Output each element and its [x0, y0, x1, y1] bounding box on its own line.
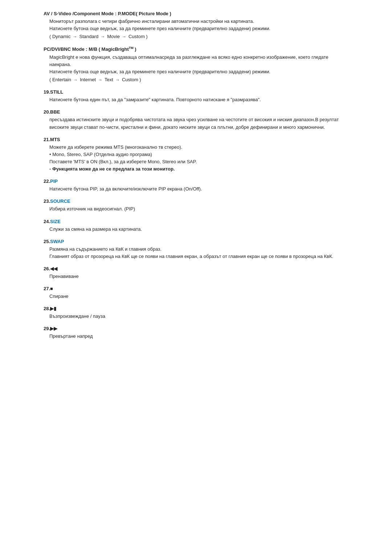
pc-arrow-item-text: Text — [105, 76, 113, 83]
pc-arrow-item-custom: Custom ) — [122, 76, 141, 83]
pc-mode-body: MagicBright е нова функция, създаваща оп… — [44, 54, 348, 84]
bbe-body: пресъздава истинските звуци и подобрява … — [44, 116, 348, 131]
size-label: SIZE — [50, 219, 61, 224]
rewind-line1: Пренавиване — [49, 273, 348, 280]
mts-body: Можете да изберете режима MTS (многокана… — [44, 144, 348, 173]
pc-mode-line2: Натиснете бутона още веднъж, за да преми… — [49, 68, 348, 75]
pc-mode-line1: MagicBright е нова функция, създаваща оп… — [49, 54, 348, 68]
section-pip: 22.PIP Натиснете бутона PIP, за да включ… — [44, 178, 348, 193]
pc-mode-arrow-row: ( Entertain → Internet → Text → Custom ) — [49, 76, 348, 83]
av-mode-body: Мониторът разполага с четири фабрично ин… — [44, 18, 348, 40]
forward-line1: Превъртане напред — [49, 333, 348, 340]
stop-body: Спиране — [44, 293, 348, 300]
bbe-line1: пресъздава истинските звуци и подобрява … — [49, 116, 348, 131]
source-label: SOURCE — [50, 198, 70, 204]
section-mts: 21.MTS Можете да изберете режима MTS (мн… — [44, 137, 348, 173]
section-swap: 25.SWAP Размяна на съдържанието на КвК и… — [44, 239, 348, 260]
swap-line1: Размяна на съдържанието на КвК и главния… — [49, 246, 348, 253]
swap-label: SWAP — [50, 239, 64, 244]
stop-title: 27.■ — [44, 286, 348, 291]
mts-line2: • Mono, Stereo, SAP (Отделна аудио прогр… — [49, 151, 348, 158]
source-body: Избира източник на видеосигнал. (PIP) — [44, 205, 348, 213]
section-forward: 29.▶▶ Превъртане напред — [44, 326, 348, 340]
size-line1: Служи за смяна на размера на картината. — [49, 226, 348, 233]
section-pc-mode: PC/DVI/BNC Mode : M/B ( MagicBrightTM ) … — [44, 46, 348, 83]
pc-arrow2: → — [98, 77, 102, 83]
page-container: AV / S-Video /Component Mode : P.MODE( P… — [0, 0, 392, 368]
section-size: 24.SIZE Служи за смяна на размера на кар… — [44, 219, 348, 233]
tm-superscript: TM — [129, 46, 134, 50]
rewind-title: 26.◀◀ — [44, 266, 348, 271]
pip-title: 22.PIP — [44, 178, 348, 184]
pc-arrow-item-internet: Internet — [80, 76, 96, 83]
av-mode-arrow-row: ( Dynamic → Standard → Movie → Custom ) — [49, 33, 348, 40]
av-arrow1: → — [73, 33, 77, 40]
pc-arrow3: → — [115, 77, 120, 83]
section-source: 23.SOURCE Избира източник на видеосигнал… — [44, 198, 348, 213]
pc-mode-title: PC/DVI/BNC Mode : M/B ( MagicBrightTM ) — [44, 46, 348, 52]
still-title: 19.STILL — [44, 89, 348, 95]
av-arrow2: → — [101, 33, 105, 40]
pc-arrow1: → — [73, 77, 78, 83]
size-title: 24.SIZE — [44, 219, 348, 224]
mts-line4-bold: - Функцията може да не се предлага за то… — [49, 165, 348, 173]
swap-body: Размяна на съдържанието на КвК и главния… — [44, 246, 348, 260]
play-line1: Възпроизвеждане / пауза — [49, 313, 348, 320]
mts-line3: Поставете 'MTS' в ON (Вкл.), за да избер… — [49, 158, 348, 165]
av-mode-title: AV / S-Video /Component Mode : P.MODE( P… — [44, 11, 348, 16]
pc-arrow-item-entertain: ( Entertain — [49, 76, 71, 83]
still-body: Натиснете бутона един път, за да "замраз… — [44, 96, 348, 103]
av-arrow3: → — [122, 33, 126, 40]
section-rewind: 26.◀◀ Пренавиване — [44, 266, 348, 280]
mts-title: 21.MTS — [44, 137, 348, 142]
size-body: Служи за смяна на размера на картината. — [44, 226, 348, 233]
av-mode-line2: Натиснете бутона още веднъж, за да преми… — [49, 25, 348, 32]
av-arrow-item-custom: Custom ) — [128, 33, 148, 40]
still-line1: Натиснете бутона един път, за да "замраз… — [49, 96, 348, 103]
section-av-mode: AV / S-Video /Component Mode : P.MODE( P… — [44, 11, 348, 40]
forward-title: 29.▶▶ — [44, 326, 348, 331]
section-still: 19.STILL Натиснете бутона един път, за д… — [44, 89, 348, 103]
section-play: 28.▶▮ Възпроизвеждане / пауза — [44, 306, 348, 320]
av-arrow-item-movie: Movie — [107, 33, 120, 40]
mts-line1: Можете да изберете режима MTS (многокана… — [49, 144, 348, 151]
play-body: Възпроизвеждане / пауза — [44, 313, 348, 320]
av-arrow-item-standard: Standard — [79, 33, 99, 40]
forward-body: Превъртане напред — [44, 333, 348, 340]
pip-body: Натиснете бутона PIP, за да включите/изк… — [44, 185, 348, 193]
pip-line1: Натиснете бутона PIP, за да включите/изк… — [49, 185, 348, 193]
swap-title: 25.SWAP — [44, 239, 348, 244]
rewind-body: Пренавиване — [44, 273, 348, 280]
av-arrow-item-dynamic: ( Dynamic — [49, 33, 71, 40]
section-stop: 27.■ Спиране — [44, 286, 348, 300]
bbe-title: 20.BBE — [44, 109, 348, 115]
play-title: 28.▶▮ — [44, 306, 348, 311]
av-mode-line1: Мониторът разполага с четири фабрично ин… — [49, 18, 348, 25]
pip-label: PIP — [50, 178, 58, 184]
swap-line2: Главният образ от прозореца на КвК ще се… — [49, 253, 348, 260]
source-line1: Избира източник на видеосигнал. (PIP) — [49, 205, 348, 213]
stop-line1: Спиране — [49, 293, 348, 300]
source-title: 23.SOURCE — [44, 198, 348, 204]
section-bbe: 20.BBE пресъздава истинските звуци и под… — [44, 109, 348, 131]
